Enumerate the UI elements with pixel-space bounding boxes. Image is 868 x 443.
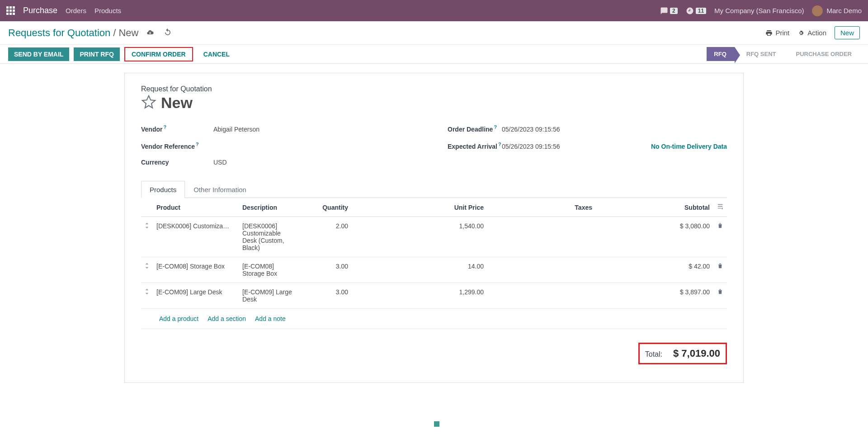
label-currency: Currency <box>141 159 213 166</box>
sheet-wrap: Request for Quotation New Vendor? Abigai… <box>0 64 868 392</box>
th-quantity[interactable]: Quantity <box>297 198 352 217</box>
document-title: New <box>161 94 193 112</box>
cell-qty[interactable]: 3.00 <box>297 283 352 309</box>
th-description[interactable]: Description <box>239 198 297 217</box>
cell-unit-price[interactable]: 1,540.00 <box>352 217 487 257</box>
cell-taxes[interactable] <box>487 217 596 257</box>
top-nav: Purchase Orders Products 2 11 My Company… <box>0 0 868 21</box>
add-note-link[interactable]: Add a note <box>255 315 286 322</box>
cell-description[interactable]: [DESK0006] Customizable Desk (Custom, Bl… <box>239 217 297 257</box>
drag-handle-icon[interactable] <box>141 283 153 309</box>
cell-product[interactable]: [E-COM08] Storage Box <box>153 257 239 283</box>
send-by-email-button[interactable]: SEND BY EMAIL <box>8 47 69 61</box>
title-row: New <box>141 94 727 112</box>
action-button[interactable]: Action <box>797 29 826 37</box>
value-currency[interactable]: USD <box>213 159 227 166</box>
cell-taxes[interactable] <box>487 283 596 309</box>
total-amount: $ 7,019.00 <box>673 348 720 359</box>
form-subtitle: Request for Quotation <box>141 85 727 93</box>
value-vendor[interactable]: Abigail Peterson <box>213 126 259 133</box>
tab-products[interactable]: Products <box>141 181 185 198</box>
discard-icon[interactable] <box>164 27 172 39</box>
help-icon[interactable]: ? <box>494 124 497 130</box>
cloud-save-icon[interactable] <box>146 27 155 39</box>
cancel-button[interactable]: CANCEL <box>198 47 236 61</box>
cell-description[interactable]: [E-COM09] Large Desk <box>239 283 297 309</box>
breadcrumb-root[interactable]: Requests for Quotation <box>8 27 110 39</box>
action-label: Action <box>807 29 826 37</box>
status-rfq[interactable]: RFQ <box>707 47 734 61</box>
th-subtotal[interactable]: Subtotal <box>596 198 713 217</box>
topnav-right: 2 11 My Company (San Francisco) Marc Dem… <box>660 5 862 16</box>
company-switcher[interactable]: My Company (San Francisco) <box>714 7 804 14</box>
cell-description[interactable]: [E-COM08] Storage Box <box>239 257 297 283</box>
favorite-star-icon[interactable] <box>141 94 156 111</box>
breadcrumb-current: New <box>118 27 138 39</box>
app-brand[interactable]: Purchase <box>23 6 57 15</box>
help-icon[interactable]: ? <box>196 141 199 147</box>
value-order-deadline[interactable]: 05/26/2023 09:15:56 <box>502 126 560 133</box>
tabs: Products Other Information <box>141 180 727 198</box>
delivery-data-link[interactable]: No On-time Delivery Data <box>651 143 727 150</box>
tab-other-information[interactable]: Other Information <box>185 181 255 198</box>
drag-handle-icon[interactable] <box>141 257 153 283</box>
th-product[interactable]: Product <box>153 198 239 217</box>
add-row: Add a product Add a section Add a note <box>141 309 727 329</box>
print-button[interactable]: Print <box>765 29 789 37</box>
column-settings-icon[interactable] <box>713 198 727 217</box>
label-expected-arrival: Expected Arrival? <box>448 141 502 150</box>
delete-row-icon[interactable] <box>713 217 727 257</box>
nav-products[interactable]: Products <box>94 7 121 14</box>
value-expected-arrival[interactable]: 05/26/2023 09:15:56 <box>502 143 560 150</box>
new-button[interactable]: New <box>835 26 860 39</box>
user-menu[interactable]: Marc Demo <box>812 5 862 16</box>
drag-handle-icon[interactable] <box>141 217 153 257</box>
cell-qty[interactable]: 3.00 <box>297 257 352 283</box>
total-box: Total: $ 7,019.00 <box>638 343 727 364</box>
status-steps: RFQ RFQ SENT PURCHASE ORDER <box>707 47 860 61</box>
print-rfq-button[interactable]: PRINT RFQ <box>74 47 119 61</box>
th-unit-price[interactable]: Unit Price <box>352 198 487 217</box>
help-icon[interactable]: ? <box>498 141 501 147</box>
control-bar: Requests for Quotation / New Print Actio… <box>0 21 868 45</box>
form-sheet: Request for Quotation New Vendor? Abigai… <box>124 73 744 383</box>
cell-subtotal: $ 42.00 <box>596 257 713 283</box>
breadcrumb-sep: / <box>113 27 116 39</box>
print-label: Print <box>775 29 789 37</box>
label-vendor: Vendor? <box>141 124 213 133</box>
label-vendor-ref: Vendor Reference? <box>141 141 213 150</box>
messaging-count: 2 <box>670 8 678 14</box>
table-row[interactable]: [E-COM09] Large Desk[E-COM09] Large Desk… <box>141 283 727 309</box>
th-taxes[interactable]: Taxes <box>487 198 596 217</box>
nav-orders[interactable]: Orders <box>66 7 86 14</box>
cell-subtotal: $ 3,897.00 <box>596 283 713 309</box>
add-section-link[interactable]: Add a section <box>208 315 246 322</box>
messaging-icon[interactable]: 2 <box>660 7 678 15</box>
fields-grid: Vendor? Abigail Peterson Vendor Referenc… <box>141 121 727 172</box>
table-row[interactable]: [E-COM08] Storage Box[E-COM08] Storage B… <box>141 257 727 283</box>
cell-product[interactable]: [DESK0006] Customiza… <box>153 217 239 257</box>
control-right: Print Action New <box>765 26 860 39</box>
total-label: Total: <box>645 350 662 358</box>
add-product-link[interactable]: Add a product <box>159 315 198 322</box>
cell-unit-price[interactable]: 1,299.00 <box>352 283 487 309</box>
status-rfq-sent[interactable]: RFQ SENT <box>735 47 784 61</box>
help-icon[interactable]: ? <box>163 124 166 130</box>
label-order-deadline: Order Deadline? <box>448 124 502 133</box>
user-name: Marc Demo <box>826 7 862 14</box>
activities-icon[interactable]: 11 <box>686 7 706 15</box>
cell-unit-price[interactable]: 14.00 <box>352 257 487 283</box>
apps-icon[interactable] <box>6 6 15 15</box>
delete-row-icon[interactable] <box>713 257 727 283</box>
topnav-left: Purchase Orders Products <box>6 6 121 15</box>
confirm-order-button[interactable]: CONFIRM ORDER <box>124 47 193 61</box>
status-purchase-order[interactable]: PURCHASE ORDER <box>784 47 860 61</box>
cell-subtotal: $ 3,080.00 <box>596 217 713 257</box>
action-bar: SEND BY EMAIL PRINT RFQ CONFIRM ORDER CA… <box>0 45 868 64</box>
cell-taxes[interactable] <box>487 257 596 283</box>
cell-product[interactable]: [E-COM09] Large Desk <box>153 283 239 309</box>
table-row[interactable]: [DESK0006] Customiza…[DESK0006] Customiz… <box>141 217 727 257</box>
delete-row-icon[interactable] <box>713 283 727 309</box>
lines-table: Product Description Quantity Unit Price … <box>141 198 727 309</box>
cell-qty[interactable]: 2.00 <box>297 217 352 257</box>
